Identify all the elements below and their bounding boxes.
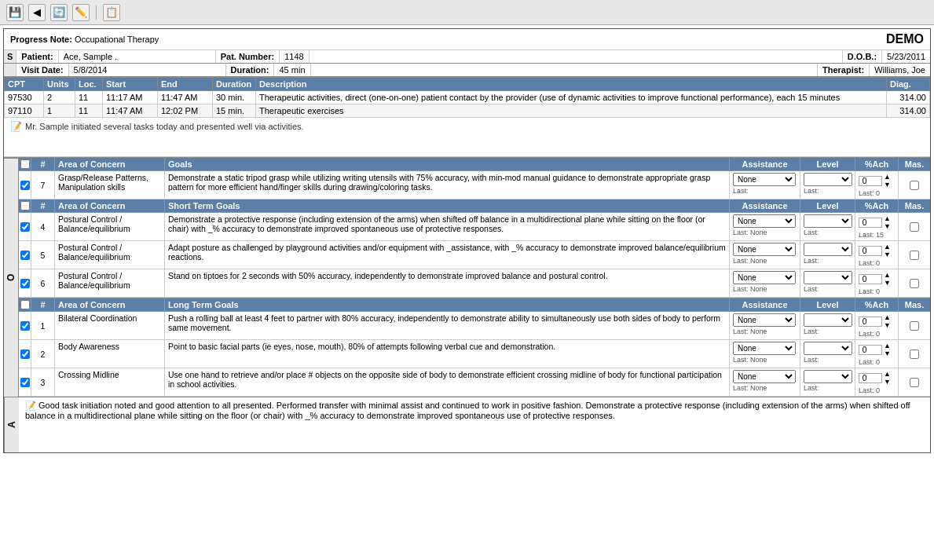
stg1-pct-up[interactable]: ▲ <box>883 243 892 251</box>
ltg20-mas-checkbox[interactable] <box>910 321 919 331</box>
stg2-mas-checkbox[interactable] <box>910 279 919 288</box>
ltg7-check[interactable] <box>19 171 31 199</box>
stg0-checkbox[interactable] <box>20 222 30 232</box>
ltg2-row-2: 3Crossing MidlineUse one hand to retriev… <box>19 368 930 397</box>
ltg2-assistance: Assistance <box>730 298 800 311</box>
ltg21-check[interactable] <box>19 340 31 368</box>
ltg7-pct-down[interactable]: ▼ <box>883 181 892 188</box>
ltg2-row-0: 1Bilateral CoordinationPush a rolling ba… <box>19 312 930 340</box>
cpt-cpt-1: 97110 <box>5 104 44 118</box>
stg2-level-select[interactable]: 12345 <box>804 271 852 284</box>
ltg21-level-select[interactable]: 12345 <box>804 342 852 355</box>
ltg22-pct-up[interactable]: ▲ <box>883 370 892 378</box>
ltg20-pct-input[interactable] <box>859 317 882 327</box>
ltg22-check[interactable] <box>19 368 31 396</box>
stg0-level-select[interactable]: 12345 <box>804 214 852 228</box>
stg0-pct-down[interactable]: ▼ <box>883 222 892 230</box>
cpt-table: CPT Units Loc. Start End Duration Descri… <box>4 77 930 118</box>
ltg22-assistance-last: Last: None <box>733 384 797 392</box>
save-button[interactable]: 💾 <box>6 4 24 21</box>
stg2-check[interactable] <box>19 269 31 297</box>
ltg20-mas <box>899 312 930 339</box>
edit-button[interactable]: ✏️ <box>72 4 90 21</box>
stg1-check[interactable] <box>19 241 31 269</box>
stg-header-checkbox[interactable] <box>20 201 30 210</box>
ltg20-pct-down[interactable]: ▼ <box>883 321 892 329</box>
ltg22-assistance-select[interactable]: NoneMinModMaxTotal <box>733 370 796 383</box>
stg1-assistance-select[interactable]: NoneMinModMaxTotal <box>733 243 796 256</box>
ltg21-checkbox[interactable] <box>20 350 30 359</box>
stg1-pct-down[interactable]: ▼ <box>883 251 892 258</box>
ltg22-goal: Use one hand to retrieve and/or place # … <box>165 368 730 396</box>
stg1-level-select[interactable]: 12345 <box>804 243 852 256</box>
stg2-pct-up[interactable]: ▲ <box>883 271 892 279</box>
ltg7-assistance-select[interactable]: NoneMinModMaxTotal <box>733 173 796 186</box>
ltg20-check[interactable] <box>19 312 31 339</box>
stg1-assistance-last: Last: None <box>733 257 797 265</box>
dob-value: 5/23/2011 <box>882 50 930 63</box>
ltg7-checkbox[interactable] <box>20 181 30 190</box>
ltg20-level-select[interactable]: 12345 <box>804 313 852 327</box>
ltg21-pct-input[interactable] <box>859 345 882 355</box>
patient-label: Patient: <box>16 50 58 63</box>
ltg22-mas <box>899 368 930 396</box>
goals-oa-container: O # Area of Concern Goals Assistance Lev… <box>4 157 930 397</box>
ltg-header-check[interactable] <box>20 159 30 169</box>
ltg7-mas-checkbox[interactable] <box>910 181 919 190</box>
gh-num: # <box>31 158 55 170</box>
cpt-header-row: CPT Units Loc. Start End Duration Descri… <box>5 78 930 91</box>
ltg22-mas-checkbox[interactable] <box>910 378 919 387</box>
stg0-assistance-select[interactable]: NoneMinModMaxTotal <box>733 214 796 228</box>
stg2-assistance-select[interactable]: NoneMinModMaxTotal <box>733 271 796 284</box>
stg0-mas-checkbox[interactable] <box>910 222 919 232</box>
ltg20-checkbox[interactable] <box>20 321 30 331</box>
col-diag: Diag. <box>887 78 930 91</box>
stg0-num: 4 <box>31 213 55 240</box>
print-button[interactable]: 📋 <box>103 4 120 21</box>
o-column: O <box>4 158 19 397</box>
stg0-pct-up[interactable]: ▲ <box>883 214 892 222</box>
ltg7-pct-up[interactable]: ▲ <box>883 173 892 181</box>
ltg20-pct-up[interactable]: ▲ <box>883 313 892 321</box>
ltg22-level: 12345Last: <box>800 368 855 396</box>
stg2-pct-down[interactable]: ▼ <box>883 279 892 287</box>
ltg2-header-checkbox[interactable] <box>20 300 30 309</box>
ltg2-goals-label: Long Term Goals <box>165 298 730 311</box>
patient-info-row2: Visit Date: 5/8/2014 Duration: 45 min Th… <box>4 64 930 77</box>
ltg22-pct-down[interactable]: ▼ <box>883 378 892 386</box>
back-button[interactable]: ◀ <box>28 4 46 21</box>
ltg21-pct-up[interactable]: ▲ <box>883 342 892 350</box>
ltg22-pct-input[interactable] <box>859 373 882 383</box>
ltg2-header: # Area of Concern Long Term Goals Assist… <box>19 298 930 312</box>
visit-date: 5/8/2014 <box>69 64 226 76</box>
ltg21-pct-down[interactable]: ▼ <box>883 350 892 357</box>
cpt-end-1: 12:02 PM <box>158 104 213 118</box>
refresh-button[interactable]: 🔄 <box>50 4 68 21</box>
cpt-units-1: 1 <box>44 104 75 118</box>
ltg22-level-select[interactable]: 12345 <box>804 370 852 383</box>
stg-row-1: 5Postural Control / Balance/equilibriumA… <box>19 241 930 269</box>
stg0-area: Postural Control / Balance/equilibrium <box>55 213 165 240</box>
stg2-pct-input[interactable] <box>859 274 882 284</box>
stg1-pct-input[interactable] <box>859 246 882 256</box>
stg2-num: 6 <box>31 269 55 297</box>
stg0-pct-input[interactable] <box>859 218 882 228</box>
ltg7-level-select[interactable]: 123 <box>804 173 852 186</box>
ltg20-assistance-select[interactable]: NoneMinModMaxTotal <box>733 313 796 327</box>
toolbar-separator <box>96 5 97 20</box>
ltg7-assistance-last: Last: <box>733 187 797 195</box>
stg1-goal: Adapt posture as challenged by playgroun… <box>165 241 730 269</box>
ltg21-mas-checkbox[interactable] <box>910 350 919 359</box>
stg2-checkbox[interactable] <box>20 279 30 288</box>
ltg21-assistance-select[interactable]: NoneMinModMaxTotal <box>733 342 796 355</box>
stg1-mas-checkbox[interactable] <box>910 251 919 260</box>
stg1-num: 5 <box>31 241 55 269</box>
objective-note-text: Good task initiation noted and good atte… <box>25 401 910 420</box>
ltg22-checkbox[interactable] <box>20 378 30 387</box>
goals-content: # Area of Concern Goals Assistance Level… <box>19 158 930 397</box>
stg1-checkbox[interactable] <box>20 251 30 260</box>
stg0-check[interactable] <box>19 213 31 240</box>
stg2-assistance: NoneMinModMaxTotalLast: None <box>730 269 800 297</box>
ltg20-level: 12345Last: <box>800 312 855 339</box>
ltg7-pct-input[interactable] <box>859 176 882 186</box>
